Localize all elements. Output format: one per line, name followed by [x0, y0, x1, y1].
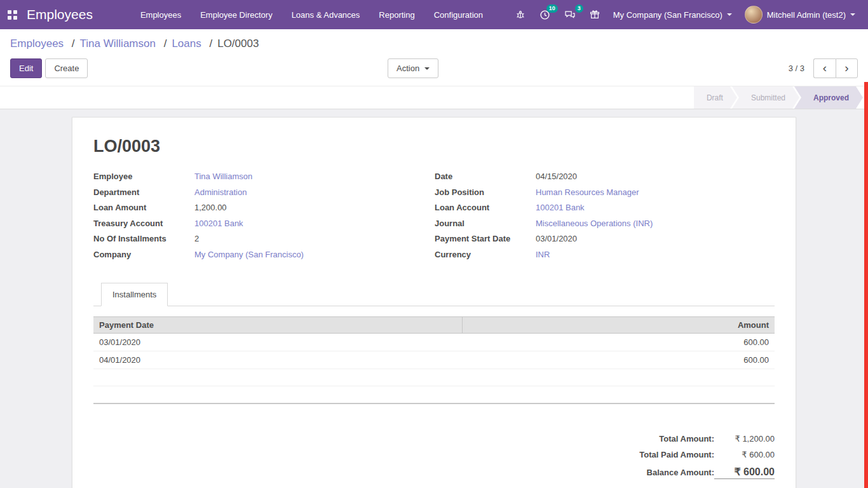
- field-value: 03/01/2020: [536, 234, 577, 243]
- action-label: Action: [397, 63, 419, 74]
- table-row[interactable]: 04/01/2020 600.00: [93, 351, 775, 369]
- navbar-systray: 10 3 My Company (San Francisco) Mitchell…: [508, 0, 868, 29]
- field-value-link[interactable]: Miscellaneous Operations (INR): [536, 219, 653, 228]
- apps-grid-icon: [8, 10, 17, 20]
- pager-buttons: [813, 58, 858, 78]
- breadcrumb-link[interactable]: Employees: [10, 37, 64, 50]
- create-button[interactable]: Create: [45, 58, 88, 78]
- field-column-right: Date 04/15/2020 Job Position Human Resou…: [435, 172, 775, 265]
- chevron-right-icon: [844, 62, 848, 74]
- notebook-tabs: Installments: [93, 283, 775, 306]
- breadcrumb: Employees Tina Williamson Loans LO/0003: [0, 29, 868, 53]
- chat-bubbles-icon: [564, 10, 576, 20]
- action-dropdown-button[interactable]: Action: [388, 58, 438, 78]
- status-step-draft[interactable]: Draft: [694, 86, 737, 109]
- field-treasury-account: Treasury Account 100201 Bank: [93, 219, 433, 234]
- field-value: 1,200.00: [194, 203, 227, 212]
- field-value-link[interactable]: 100201 Bank: [536, 203, 585, 212]
- company-switcher[interactable]: My Company (San Francisco): [607, 0, 738, 29]
- column-header-amount[interactable]: Amount: [462, 317, 775, 334]
- totals-footer: Total Amount: ₹ 1,200.00 Total Paid Amou…: [578, 431, 775, 482]
- table-row[interactable]: 03/01/2020 600.00: [93, 334, 775, 351]
- total-amount-label: Total Amount:: [659, 434, 714, 444]
- field-payment-start-date: Payment Start Date 03/01/2020: [435, 234, 775, 250]
- menu-item-loans-advances[interactable]: Loans & Advances: [282, 0, 370, 29]
- field-value-link[interactable]: 100201 Bank: [194, 219, 243, 228]
- cell-amount: 600.00: [462, 351, 775, 369]
- total-paid-amount-label: Total Paid Amount:: [639, 450, 714, 459]
- whats-new-button[interactable]: [583, 0, 607, 29]
- field-label: No Of Installments: [93, 234, 194, 243]
- menu-item-configuration[interactable]: Configuration: [424, 0, 492, 29]
- field-label: Loan Account: [435, 203, 536, 212]
- field-job-position: Job Position Human Resources Manager: [435, 187, 775, 203]
- user-menu[interactable]: Mitchell Admin (test2): [738, 0, 862, 29]
- balance-amount-row: Balance Amount: ₹ 600.00: [578, 463, 775, 482]
- scrollbar[interactable]: [864, 82, 868, 488]
- field-label: Company: [93, 250, 194, 259]
- tab-installments[interactable]: Installments: [101, 283, 168, 306]
- breadcrumb-item-employees: Employees: [10, 37, 64, 50]
- apps-menu-button[interactable]: [0, 0, 24, 29]
- field-value-link[interactable]: INR: [536, 250, 550, 259]
- field-value: 04/15/2020: [536, 172, 577, 181]
- pager-counter: 3 / 3: [789, 64, 804, 73]
- cell-payment-date: 03/01/2020: [93, 334, 462, 351]
- field-employee: Employee Tina Williamson: [93, 172, 433, 187]
- field-currency: Currency INR: [435, 250, 775, 266]
- field-journal: Journal Miscellaneous Operations (INR): [435, 219, 775, 234]
- balance-amount-label: Balance Amount:: [647, 468, 714, 477]
- user-name: Mitchell Admin (test2): [767, 10, 846, 20]
- menu-item-employee-directory[interactable]: Employee Directory: [191, 0, 281, 29]
- empty-row: [93, 386, 775, 403]
- top-navbar: Employees Employees Employee Directory L…: [0, 0, 868, 29]
- pager-next-button[interactable]: [836, 58, 858, 78]
- pager-previous-button[interactable]: [813, 58, 836, 78]
- activity-count-badge: 10: [546, 4, 558, 13]
- field-no-of-installments: No Of Installments 2: [93, 234, 433, 250]
- field-label: Employee: [93, 172, 194, 181]
- status-step-approved[interactable]: Approved: [794, 86, 863, 109]
- field-group: Employee Tina Williamson Department Admi…: [93, 172, 775, 265]
- company-name: My Company (San Francisco): [613, 10, 722, 20]
- main-menu: Employees Employee Directory Loans & Adv…: [131, 0, 492, 29]
- total-paid-amount-value: ₹ 600.00: [714, 450, 775, 459]
- activities-button[interactable]: 10: [532, 0, 557, 29]
- app-title[interactable]: Employees: [27, 7, 93, 22]
- gift-icon: [590, 10, 600, 20]
- debug-button[interactable]: [508, 0, 532, 29]
- field-department: Department Administration: [93, 187, 433, 203]
- bug-icon: [515, 10, 526, 20]
- menu-item-reporting[interactable]: Reporting: [369, 0, 424, 29]
- user-avatar: [745, 6, 763, 24]
- breadcrumb-link[interactable]: Tina Williamson: [80, 37, 156, 50]
- field-column-left: Employee Tina Williamson Department Admi…: [93, 172, 433, 265]
- breadcrumb-item-loans: Loans: [159, 37, 201, 50]
- chevron-down-icon: [424, 67, 430, 70]
- chevron-down-icon: [727, 13, 732, 16]
- breadcrumb-link[interactable]: Loans: [172, 37, 201, 50]
- control-panel: Edit Create Action 3 / 3: [0, 53, 868, 86]
- chevron-left-icon: [823, 62, 827, 74]
- total-amount-row: Total Amount: ₹ 1,200.00: [578, 431, 775, 447]
- breadcrumb-item-employee: Tina Williamson: [67, 37, 156, 50]
- field-label: Job Position: [435, 187, 536, 197]
- edit-button[interactable]: Edit: [10, 58, 42, 78]
- form-view-background: LO/0003 Employee Tina Williamson Departm…: [0, 109, 868, 488]
- statusbar: Draft Submitted Approved: [0, 86, 868, 109]
- record-title: LO/0003: [93, 137, 775, 156]
- menu-item-employees[interactable]: Employees: [131, 0, 191, 29]
- empty-row: [93, 369, 775, 386]
- status-step-submitted[interactable]: Submitted: [732, 86, 799, 109]
- field-label: Department: [93, 187, 194, 197]
- field-value-link[interactable]: Tina Williamson: [194, 172, 252, 181]
- column-header-payment-date[interactable]: Payment Date: [93, 317, 462, 334]
- field-value-link[interactable]: Human Resources Manager: [536, 187, 639, 197]
- field-value-link[interactable]: Administration: [194, 187, 247, 197]
- field-label: Treasury Account: [93, 219, 194, 228]
- messages-button[interactable]: 3: [557, 0, 583, 29]
- field-value-link[interactable]: My Company (San Francisco): [194, 250, 304, 259]
- pager: 3 / 3: [789, 58, 858, 78]
- field-label: Payment Start Date: [435, 234, 536, 243]
- installments-table: Payment Date Amount 03/01/2020 600.00 04…: [93, 316, 775, 404]
